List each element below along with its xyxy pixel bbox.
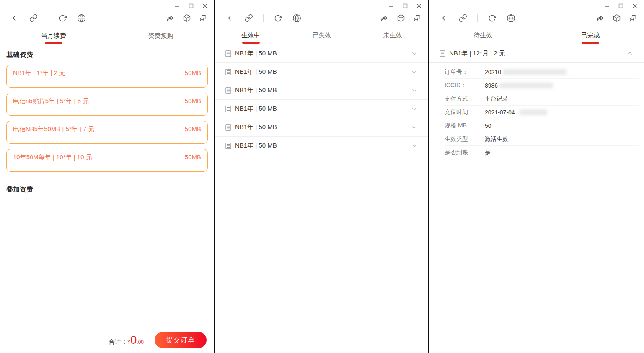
plan-name: 电信nb贴片5年 | 5*年 | 5 元 xyxy=(13,97,89,105)
detail-label: 规格 MB： xyxy=(445,122,485,130)
document-icon xyxy=(225,106,231,112)
tabs-renew: 当月续费 资费预购 xyxy=(0,27,214,44)
globe-icon[interactable] xyxy=(507,14,515,23)
toolbar xyxy=(215,9,428,27)
window-renew: 当月续费 资费预购 基础资费 NB1年 | 1*年 | 2 元 50MB 电信n… xyxy=(0,0,215,353)
tabs-package-status: 生效中 已失效 未生效 xyxy=(215,27,428,44)
tabs-order-status: 待生效 已完成 xyxy=(429,27,644,44)
package-icon[interactable] xyxy=(182,14,191,23)
tab-current-month-renew[interactable]: 当月续费 xyxy=(0,27,107,44)
plan-card[interactable]: 10年50M每年 | 10*年 | 10 元 50MB xyxy=(6,149,208,172)
order-detail-list: 订单号： 20210 ICCID： 8986 支付方式： 平台记录 充值时间： … xyxy=(445,63,639,159)
tab-fee-prepurchase[interactable]: 资费预购 xyxy=(107,27,215,44)
link-icon[interactable] xyxy=(244,14,253,23)
share-icon[interactable] xyxy=(596,14,605,23)
detail-label: 是否到账： xyxy=(445,149,485,156)
close-button[interactable] xyxy=(202,3,207,9)
total-amount: 0 xyxy=(130,335,137,346)
multiwindow-icon[interactable] xyxy=(413,14,422,23)
document-icon xyxy=(225,50,231,57)
package-label: NB1年 | 50 MB xyxy=(235,86,411,94)
plan-card[interactable]: 电信nb贴片5年 | 5*年 | 5 元 50MB xyxy=(6,93,208,116)
document-icon xyxy=(225,124,231,131)
package-row[interactable]: NB1年 | 50 MB xyxy=(215,118,428,137)
detail-value: 20210 xyxy=(485,69,501,75)
package-row[interactable]: NB1年 | 50 MB xyxy=(215,81,428,100)
chevron-up-icon[interactable] xyxy=(627,50,633,57)
minimize-button[interactable] xyxy=(174,3,180,9)
titlebar xyxy=(0,0,214,9)
refresh-icon[interactable] xyxy=(488,14,497,23)
chevron-down-icon[interactable] xyxy=(411,124,417,130)
basic-fee-section-title: 基础资费 xyxy=(6,51,208,60)
plan-size: 50MB xyxy=(185,69,201,76)
back-icon[interactable] xyxy=(225,14,234,23)
toolbar-divider xyxy=(263,14,264,22)
document-icon xyxy=(225,143,231,149)
detail-row-order-number: 订单号： 20210 xyxy=(445,65,639,79)
chevron-down-icon[interactable] xyxy=(411,50,417,57)
back-icon[interactable] xyxy=(440,14,448,23)
package-row[interactable]: NB1年 | 50 MB xyxy=(215,44,428,63)
package-icon[interactable] xyxy=(396,14,405,23)
package-row[interactable]: NB1年 | 50 MB xyxy=(215,100,428,118)
order-header-row[interactable]: NB1年 | 12*月 | 2 元 xyxy=(429,44,644,63)
package-row[interactable]: NB1年 | 50 MB xyxy=(215,137,428,155)
detail-label: 订单号： xyxy=(445,68,485,76)
globe-icon[interactable] xyxy=(77,14,86,23)
maximize-button[interactable] xyxy=(402,3,408,9)
close-button[interactable] xyxy=(416,3,422,9)
detail-row-effect-type: 生效类型： 激活生效 xyxy=(445,132,639,146)
tab-not-effective[interactable]: 未生效 xyxy=(357,27,428,44)
maximize-button[interactable] xyxy=(618,3,623,9)
plan-card[interactable]: NB1年 | 1*年 | 2 元 50MB xyxy=(6,65,208,88)
close-button[interactable] xyxy=(632,3,637,9)
share-icon[interactable] xyxy=(166,14,175,23)
redacted-text xyxy=(503,69,566,75)
titlebar xyxy=(429,0,644,9)
minimize-button[interactable] xyxy=(604,3,610,9)
package-label: NB1年 | 50 MB xyxy=(235,105,411,113)
detail-label: ICCID： xyxy=(445,82,485,89)
tab-expired[interactable]: 已失效 xyxy=(286,27,357,44)
detail-value: 是 xyxy=(485,149,491,156)
renew-content: 基础资费 NB1年 | 1*年 | 2 元 50MB 电信nb贴片5年 | 5*… xyxy=(0,51,214,200)
link-icon[interactable] xyxy=(458,14,467,23)
plan-name: 10年50M每年 | 10*年 | 10 元 xyxy=(13,153,92,161)
tab-completed[interactable]: 已完成 xyxy=(537,27,644,44)
tab-pending-effect[interactable]: 待生效 xyxy=(429,27,537,44)
detail-value: 50 xyxy=(485,122,491,129)
toolbar xyxy=(0,9,214,27)
package-icon[interactable] xyxy=(612,14,621,23)
back-icon[interactable] xyxy=(10,14,19,23)
refresh-icon[interactable] xyxy=(58,14,67,23)
detail-value: 2021-07-04 . xyxy=(485,109,518,116)
detail-row-iccid: ICCID： 8986 xyxy=(445,79,639,92)
addon-fee-section-title: 叠加资费 xyxy=(6,185,208,194)
globe-icon[interactable] xyxy=(292,14,301,23)
minimize-button[interactable] xyxy=(388,3,394,9)
tab-in-effect[interactable]: 生效中 xyxy=(215,27,286,44)
link-icon[interactable] xyxy=(29,14,38,23)
chevron-down-icon[interactable] xyxy=(411,69,417,75)
package-list: NB1年 | 50 MB NB1年 | 50 MB NB1年 | 50 MB N… xyxy=(215,44,428,155)
package-label: NB1年 | 50 MB xyxy=(235,123,411,131)
package-label: NB1年 | 50 MB xyxy=(235,49,411,57)
chevron-down-icon[interactable] xyxy=(411,143,417,149)
currency-symbol: ¥ xyxy=(127,339,130,345)
detail-row-spec-mb: 规格 MB： 50 xyxy=(445,119,639,132)
plan-card[interactable]: 电信NB5年50MB | 5*年 | 7 元 50MB xyxy=(6,121,208,144)
submit-order-button[interactable]: 提交订单 xyxy=(155,332,207,348)
multiwindow-icon[interactable] xyxy=(199,14,207,23)
refresh-icon[interactable] xyxy=(274,14,282,23)
chevron-down-icon[interactable] xyxy=(411,87,417,93)
package-row[interactable]: NB1年 | 50 MB xyxy=(215,63,428,81)
panel-bottom-divider xyxy=(429,164,644,164)
chevron-down-icon[interactable] xyxy=(411,106,417,112)
maximize-button[interactable] xyxy=(188,3,194,9)
share-icon[interactable] xyxy=(380,14,389,23)
detail-label: 充值时间： xyxy=(445,109,485,116)
multiwindow-icon[interactable] xyxy=(628,14,637,23)
plan-size: 50MB xyxy=(185,125,201,132)
redacted-text xyxy=(499,83,553,88)
